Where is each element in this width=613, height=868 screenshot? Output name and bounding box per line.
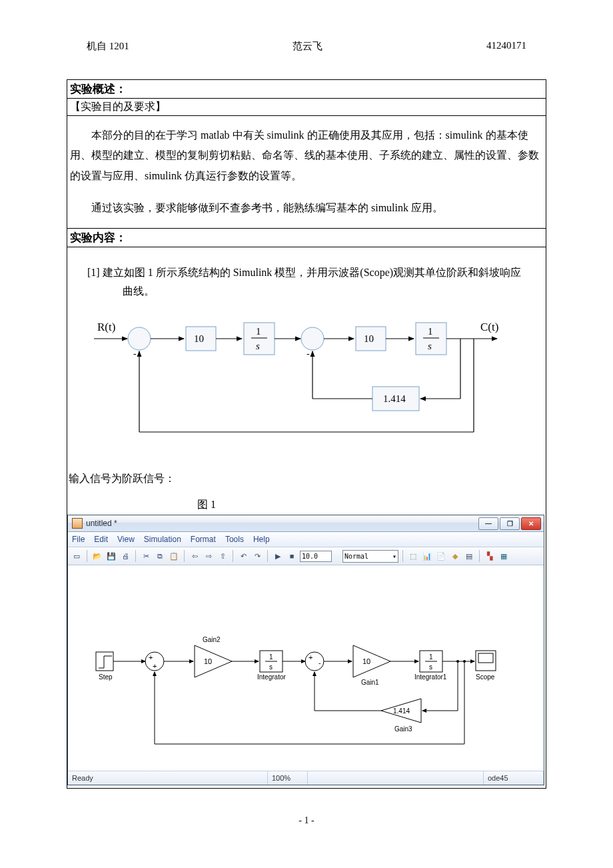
status-solver: ode45 — [484, 771, 544, 785]
menubar[interactable]: File Edit View Simulation Format Tools H… — [68, 532, 544, 547]
toolbar[interactable]: ▭ 📂 💾 🖨 ✂ ⧉ 📋 ⇦ ⇨ ⇧ ↶ ↷ — [68, 547, 544, 565]
status-ready: Ready — [68, 771, 268, 785]
block-step-label: Step — [99, 673, 113, 681]
redo-icon[interactable]: ↷ — [251, 550, 263, 562]
svg-point-58 — [463, 660, 466, 663]
back-icon[interactable]: ⇦ — [189, 550, 201, 562]
block-gain2-label: Gain2 — [203, 636, 221, 643]
svg-rect-23 — [96, 652, 113, 671]
svg-text:+: + — [153, 662, 157, 670]
svg-text:1.414: 1.414 — [393, 707, 410, 715]
simulink-window: untitled * — ❐ ✕ File Edit View Simulati… — [67, 515, 544, 785]
diag-gain2: 10 — [364, 333, 374, 344]
svg-point-1 — [128, 327, 151, 350]
svg-point-8 — [301, 327, 324, 350]
diag-int2-num: 1 — [428, 326, 433, 337]
copy-icon[interactable]: ⧉ — [154, 550, 166, 562]
simmode-select[interactable]: Normal▾ — [342, 550, 398, 563]
menu-view[interactable]: View — [117, 535, 135, 544]
menu-help[interactable]: Help — [253, 535, 270, 544]
simmode-value: Normal — [344, 553, 368, 560]
svg-text:1: 1 — [269, 653, 273, 661]
diag-gain1: 10 — [194, 333, 204, 344]
task-text: [1] 建立如图 1 所示系统结构的 Simulink 模型，并用示波器(Sco… — [87, 263, 543, 302]
svg-text:10: 10 — [362, 657, 370, 665]
menu-edit[interactable]: Edit — [94, 535, 108, 544]
section-overview-body: 本部分的目的在于学习 matlab 中有关 simulink 的正确使用及其应用… — [67, 116, 546, 229]
run-icon[interactable]: ▶ — [272, 550, 284, 562]
menu-simulation[interactable]: Simulation — [144, 535, 181, 544]
library-icon[interactable]: ▚ — [484, 550, 496, 562]
menu-format[interactable]: Format — [191, 535, 216, 544]
diag-output-label: C(t) — [480, 321, 498, 333]
maximize-button[interactable]: ❐ — [500, 517, 520, 530]
print-icon[interactable]: 🖨 — [119, 550, 131, 562]
page-number: - 1 - — [67, 815, 546, 826]
status-zoom: 100% — [268, 771, 308, 785]
header-left: 机自 1201 — [87, 40, 129, 53]
tool-a-icon[interactable]: ⬚ — [407, 550, 419, 562]
header-right: 41240171 — [486, 40, 526, 53]
svg-text:10: 10 — [204, 657, 212, 665]
paste-icon[interactable]: 📋 — [168, 550, 180, 562]
diag-int1-den: s — [256, 341, 260, 351]
svg-text:s: s — [429, 663, 432, 671]
svg-point-54 — [456, 660, 459, 663]
cut-icon[interactable]: ✂ — [140, 550, 152, 562]
diag-int2-den: s — [428, 341, 432, 351]
tool-c-icon[interactable]: 📄 — [435, 550, 447, 562]
block-int1-label: Integrator1 — [414, 673, 446, 681]
minimize-button[interactable]: — — [478, 517, 498, 530]
input-signal-text: 输入信号为阶跃信号： — [69, 472, 543, 486]
svg-text:-: - — [318, 659, 321, 667]
svg-text:+: + — [149, 653, 153, 661]
save-icon[interactable]: 💾 — [105, 550, 117, 562]
figure-caption: 图 1 — [87, 498, 543, 512]
diag-input-label: R(t) — [97, 321, 115, 333]
window-title: untitled * — [72, 518, 117, 529]
overview-p2: 通过该实验，要求能够做到不查参考书，能熟练编写基本的 simulink 应用。 — [70, 198, 543, 218]
svg-rect-41 — [478, 653, 493, 663]
svg-text:+: + — [308, 653, 312, 661]
overview-p1: 本部分的目的在于学习 matlab 中有关 simulink 的正确使用及其应用… — [70, 125, 543, 186]
window-titlebar[interactable]: untitled * — ❐ ✕ — [68, 515, 544, 532]
undo-icon[interactable]: ↶ — [237, 550, 249, 562]
block-diagram: R(t) - 10 1 s - 1 — [87, 319, 520, 452]
menu-file[interactable]: File — [72, 535, 85, 544]
model-explorer-icon[interactable]: ▦ — [498, 550, 510, 562]
stop-icon[interactable]: ■ — [286, 550, 298, 562]
menu-tools[interactable]: Tools — [225, 535, 244, 544]
window-title-text: untitled * — [86, 519, 117, 528]
section-overview-subtitle: 【实验目的及要求】 — [67, 99, 546, 116]
app-icon — [72, 518, 83, 529]
section-content-title: 实验内容： — [67, 229, 546, 247]
block-scope-label: Scope — [476, 673, 494, 681]
open-icon[interactable]: 📂 — [91, 550, 103, 562]
new-icon[interactable]: ▭ — [71, 550, 83, 562]
section-overview-title: 实验概述： — [67, 79, 546, 99]
tool-b-icon[interactable]: 📊 — [421, 550, 433, 562]
block-gain3-label: Gain3 — [394, 725, 412, 733]
simulink-canvas[interactable]: + + 10 1 s + - — [68, 565, 544, 771]
diag-fb-gain: 1.414 — [383, 393, 406, 404]
stoptime-input[interactable] — [300, 551, 332, 562]
diag-int1-num: 1 — [256, 326, 261, 337]
diag-minus2: - — [306, 349, 310, 359]
up-icon[interactable]: ⇧ — [217, 550, 229, 562]
block-int-label: Integrator — [257, 673, 286, 681]
tool-d-icon[interactable]: ◆ — [449, 550, 461, 562]
header-center: 范云飞 — [293, 40, 322, 53]
svg-text:s: s — [269, 663, 273, 671]
tool-e-icon[interactable]: ▤ — [463, 550, 475, 562]
statusbar: Ready 100% ode45 — [68, 771, 544, 785]
section-content-body: [1] 建立如图 1 所示系统结构的 Simulink 模型，并用示波器(Sco… — [67, 247, 546, 789]
diag-minus1: - — [133, 349, 137, 359]
block-gain1-label: Gain1 — [361, 679, 379, 686]
page-header: 机自 1201 范云飞 41240171 — [67, 40, 546, 53]
svg-text:1: 1 — [429, 653, 433, 661]
close-button[interactable]: ✕ — [521, 517, 541, 530]
forward-icon[interactable]: ⇨ — [203, 550, 215, 562]
